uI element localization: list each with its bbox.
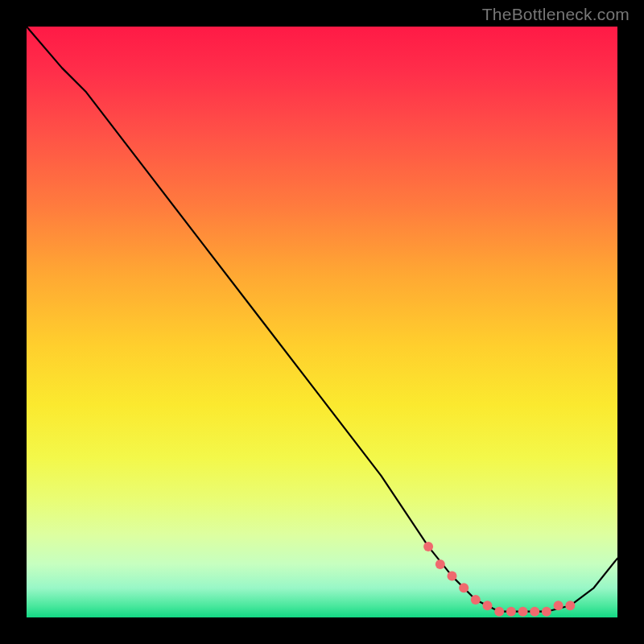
chart-frame: TheBottleneck.com (0, 0, 644, 644)
watermark-text: TheBottleneck.com (482, 5, 630, 24)
plot-area (27, 27, 617, 617)
curve-line (27, 27, 617, 612)
svg-point-7 (506, 607, 516, 617)
svg-point-5 (483, 601, 493, 610)
svg-point-0 (423, 542, 433, 551)
highlight-points (423, 542, 575, 617)
svg-point-9 (530, 607, 539, 617)
svg-point-10 (542, 607, 551, 617)
svg-point-11 (554, 601, 564, 610)
svg-point-6 (494, 607, 504, 617)
svg-point-2 (448, 572, 457, 581)
svg-point-8 (518, 607, 528, 617)
svg-point-4 (471, 595, 481, 605)
svg-point-3 (459, 583, 469, 592)
svg-point-1 (436, 559, 445, 569)
chart-svg (27, 27, 617, 617)
svg-point-12 (565, 601, 575, 610)
